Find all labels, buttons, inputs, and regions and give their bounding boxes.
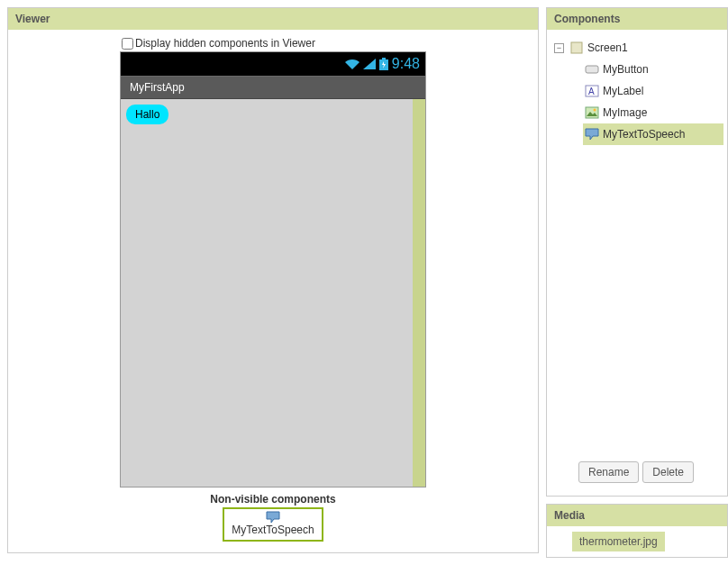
svg-point-7 <box>594 109 596 112</box>
speech-bubble-icon <box>585 127 599 141</box>
tree-item-mytexttospeech[interactable]: MyTextToSpeech <box>583 123 723 145</box>
collapse-icon[interactable]: − <box>554 43 564 53</box>
media-panel-title: Media <box>547 505 727 526</box>
tree-item-label: MyImage <box>603 106 647 119</box>
viewer-panel-title: Viewer <box>8 8 538 30</box>
tree-item-label: MyTextToSpeech <box>603 128 685 141</box>
media-panel: Media thermometer.jpg <box>546 504 728 558</box>
components-panel-title: Components <box>547 8 727 30</box>
svg-text:A: A <box>588 87 595 96</box>
tree-item-label: Screen1 <box>587 41 628 54</box>
tree-item-myimage[interactable]: MyImage <box>583 102 723 123</box>
nonvisible-components-label: Non-visible components <box>210 493 335 506</box>
phone-scrollbar[interactable] <box>413 99 425 487</box>
tree-item-screen1[interactable]: − Screen1 <box>552 37 723 59</box>
tree-item-label: MyButton <box>603 63 649 76</box>
svg-rect-3 <box>586 66 598 73</box>
signal-icon <box>363 59 376 69</box>
display-hidden-toggle[interactable]: Display hidden components in Viewer <box>122 37 315 50</box>
display-hidden-label: Display hidden components in Viewer <box>135 37 315 50</box>
tree-item-label: MyLabel <box>603 85 643 97</box>
delete-button[interactable]: Delete <box>642 461 694 483</box>
tree-item-mylabel[interactable]: A MyLabel <box>583 80 723 102</box>
components-panel: Components − Screen1 <box>546 7 728 497</box>
tree-item-mybutton[interactable]: MyButton <box>583 59 723 80</box>
label-icon: A <box>585 84 599 98</box>
phone-preview: 9:48 MyFirstApp Hallo <box>120 51 426 488</box>
nonvisible-component-item[interactable]: MyTextToSpeech <box>223 507 323 542</box>
nonvisible-component-name: MyTextToSpeech <box>232 524 314 536</box>
screen-icon <box>569 41 584 55</box>
wifi-icon <box>345 59 359 69</box>
rename-button[interactable]: Rename <box>578 461 639 483</box>
svg-rect-6 <box>586 107 598 118</box>
viewer-panel: Viewer Display hidden components in View… <box>7 7 539 553</box>
svg-rect-2 <box>571 42 582 53</box>
button-icon <box>585 62 599 77</box>
battery-icon <box>379 58 388 70</box>
svg-rect-1 <box>382 58 386 59</box>
phone-time: 9:48 <box>392 56 420 72</box>
phone-status-bar: 9:48 <box>121 52 425 76</box>
image-icon <box>585 105 599 120</box>
display-hidden-checkbox[interactable] <box>122 38 133 50</box>
hallo-button[interactable]: Hallo <box>126 105 168 124</box>
phone-app-title: MyFirstApp <box>121 76 425 99</box>
media-item[interactable]: thermometer.jpg <box>572 532 665 551</box>
speech-bubble-icon <box>266 511 280 524</box>
components-tree: − Screen1 MyButton <box>552 37 723 456</box>
